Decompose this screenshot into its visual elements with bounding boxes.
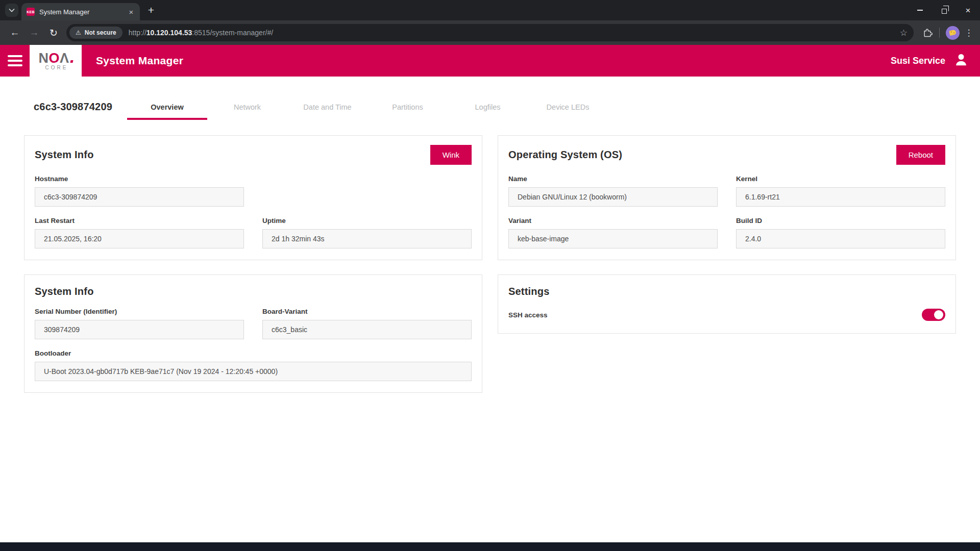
field-uptime: Uptime 2d 1h 32min 43s [262, 217, 472, 248]
tab-date-and-time[interactable]: Date and Time [287, 99, 368, 120]
serial-number-value: 309874209 [35, 320, 244, 339]
window-controls: × [908, 0, 980, 20]
window-restore-button[interactable] [932, 0, 956, 20]
field-kernel: Kernel 6.1.69-rt21 [736, 175, 945, 207]
security-label: Not secure [85, 29, 116, 36]
last-restart-value: 21.05.2025, 16:20 [35, 229, 244, 248]
ssh-access-toggle[interactable] [922, 309, 945, 321]
field-last-restart: Last Restart 21.05.2025, 16:20 [35, 217, 244, 248]
app-title: System Manager [96, 55, 183, 67]
content-grid: System Info Wink Hostname c6c3-309874209… [0, 135, 980, 393]
favicon-keb: KEB [27, 8, 35, 16]
ssh-access-row: SSH access [508, 308, 945, 322]
kernel-value: 6.1.69-rt21 [736, 187, 945, 207]
card-title: Settings [508, 286, 550, 297]
card-settings: Settings SSH access [498, 274, 956, 334]
url-host: 10.120.104.53 [146, 29, 192, 37]
reload-button[interactable]: ↻ [44, 23, 63, 42]
field-variant: Variant keb-base-image [508, 217, 718, 248]
ssh-access-label: SSH access [508, 311, 548, 319]
hamburger-icon [8, 55, 22, 57]
logo-subtext: CORE [45, 65, 68, 70]
menu-button[interactable] [0, 45, 30, 77]
warning-icon: ⚠ [76, 29, 81, 36]
field-bootloader: Bootloader U-Boot 2023.04-gb0d717b KEB-9… [35, 349, 472, 381]
url-text: http://10.120.104.53:8515/system-manager… [129, 29, 900, 37]
back-button[interactable]: ← [5, 23, 24, 42]
address-bar[interactable]: ⚠ Not secure http://10.120.104.53:8515/s… [66, 24, 914, 41]
tab-overview[interactable]: Overview [127, 99, 207, 120]
field-board-variant: Board-Variant c6c3_basic [262, 308, 472, 339]
person-icon [953, 52, 969, 67]
profile-avatar[interactable] [946, 26, 960, 40]
cheese-icon [949, 30, 957, 36]
puzzle-icon [922, 28, 933, 38]
browser-menu-button[interactable]: ⋮ [963, 28, 975, 38]
page-title: c6c3-309874209 [34, 101, 127, 120]
bootloader-value: U-Boot 2023.04-gb0d717b KEB-9ae71c7 (Nov… [35, 362, 472, 381]
url-path: :8515/system-manager/#/ [192, 29, 273, 37]
bookmark-star-icon[interactable]: ☆ [900, 28, 908, 38]
os-name-value: Debian GNU/Linux 12 (bookworm) [508, 187, 718, 207]
card-system-info-identifiers: System Info Serial Number (Identifier) 3… [24, 274, 482, 393]
browser-tab-title: System Manager [39, 8, 127, 16]
new-tab-button[interactable]: + [144, 3, 158, 17]
browser-toolbar: ← → ↻ ⚠ Not secure http://10.120.104.53:… [0, 20, 980, 45]
field-hostname: Hostname c6c3-309874209 [35, 175, 244, 207]
card-title: System Info [35, 286, 94, 297]
app-header: NOΛ CORE System Manager Susi Service [0, 45, 980, 77]
user-name: Susi Service [891, 56, 945, 66]
user-button[interactable] [953, 52, 969, 69]
variant-value: keb-base-image [508, 229, 718, 248]
minimize-icon [917, 10, 923, 11]
field-serial-number: Serial Number (Identifier) 309874209 [35, 308, 244, 339]
logo-dot [70, 60, 73, 63]
noa-core-logo: NOΛ CORE [30, 45, 82, 77]
bottom-bar [0, 542, 980, 551]
extensions-button[interactable] [919, 24, 936, 41]
tab-logfiles[interactable]: Logfiles [448, 99, 528, 120]
browser-tabstrip: KEB System Manager × + × [0, 0, 980, 20]
page-tabs: Overview Network Date and Time Partition… [127, 99, 608, 120]
chevron-down-icon [9, 8, 15, 12]
build-id-value: 2.4.0 [736, 229, 945, 248]
field-build-id: Build ID 2.4.0 [736, 217, 945, 248]
field-os-name: Name Debian GNU/Linux 12 (bookworm) [508, 175, 718, 207]
url-scheme: http:// [129, 29, 146, 37]
logo-wordmark: NOΛ [38, 52, 72, 65]
page-header: c6c3-309874209 Overview Network Date and… [34, 99, 980, 120]
card-system-info: System Info Wink Hostname c6c3-309874209… [24, 135, 482, 260]
toolbar-divider [939, 28, 940, 38]
card-title: System Info [35, 149, 94, 161]
security-chip[interactable]: ⚠ Not secure [69, 27, 122, 39]
forward-button[interactable]: → [24, 23, 44, 42]
tab-network[interactable]: Network [207, 99, 287, 120]
wink-button[interactable]: Wink [430, 145, 472, 165]
tab-partitions[interactable]: Partitions [368, 99, 448, 120]
close-icon: × [966, 6, 971, 15]
uptime-value: 2d 1h 32min 43s [262, 229, 472, 248]
tab-search-button[interactable] [5, 4, 18, 17]
reboot-button[interactable]: Reboot [896, 145, 945, 165]
board-variant-value: c6c3_basic [262, 320, 472, 339]
restore-icon [942, 9, 947, 14]
hostname-value: c6c3-309874209 [35, 187, 244, 207]
tab-device-leds[interactable]: Device LEDs [528, 99, 608, 120]
window-close-button[interactable]: × [956, 0, 980, 20]
tab-close-icon[interactable]: × [127, 7, 136, 16]
browser-tab[interactable]: KEB System Manager × [21, 3, 140, 20]
card-operating-system: Operating System (OS) Reboot Name Debian… [498, 135, 956, 260]
toggle-knob [934, 310, 943, 319]
card-title: Operating System (OS) [508, 149, 622, 161]
window-minimize-button[interactable] [908, 0, 932, 20]
